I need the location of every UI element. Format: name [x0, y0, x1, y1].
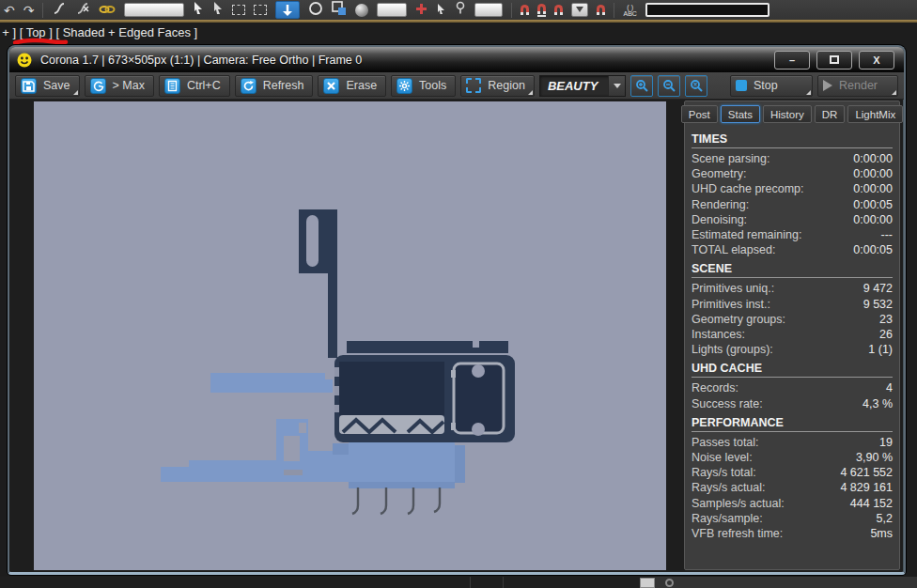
redo-icon[interactable]: ↷: [23, 2, 35, 19]
tools-button[interactable]: Tools: [391, 75, 456, 97]
stat-row: Scene parsing:0:00:00: [692, 151, 893, 166]
select-object-icon[interactable]: [193, 1, 204, 19]
undo-icon[interactable]: ↶: [4, 2, 15, 19]
stat-row: VFB refresh time:5ms: [692, 526, 893, 541]
unlink-icon[interactable]: [75, 1, 90, 20]
pass-value: BEAUTY: [540, 76, 608, 96]
stats-panel: Post Stats History DR LightMix TIMES Sce…: [684, 101, 900, 570]
stat-row: Geometry groups:23: [692, 312, 893, 327]
stat-row: Rays/s total:4 621 552: [692, 465, 893, 480]
save-icon: [21, 78, 37, 94]
stat-row: Instances:26: [692, 327, 893, 342]
send-to-max-button[interactable]: > Max: [85, 75, 154, 97]
align-cursor-icon[interactable]: [436, 2, 446, 19]
percent-snap-icon[interactable]: [554, 5, 563, 15]
corona-smiley-icon: [17, 53, 32, 68]
status-bar-strip: [0, 577, 917, 588]
stat-row: Rendering:0:00:05: [692, 197, 893, 212]
statusbar-button[interactable]: [640, 578, 655, 588]
mirror-icon[interactable]: [415, 2, 427, 19]
save-button[interactable]: Save: [15, 75, 80, 97]
snap-toggle2-icon[interactable]: [597, 5, 605, 15]
rotate-icon[interactable]: [308, 1, 323, 20]
toolbar-separator: [614, 3, 614, 18]
select-by-name-icon[interactable]: [212, 1, 224, 19]
statusbar-right-section: [655, 577, 917, 588]
region-button[interactable]: Region: [460, 75, 535, 97]
stat-row: Passes total:19: [692, 435, 893, 450]
section-title-performance: PERFORMANCE: [692, 411, 893, 432]
render-play-icon: [823, 80, 832, 91]
render-pass-select[interactable]: BEAUTY: [539, 75, 626, 97]
rendered-image: [34, 101, 666, 570]
render-canvas[interactable]: [34, 101, 666, 570]
window-title: Corona 1.7 | 673×505px (1:1) | Camera: F…: [40, 54, 362, 67]
zoom-in-icon: [635, 79, 649, 93]
section-title-times: TIMES: [692, 128, 893, 148]
stat-row: Lights (groups):1 (1): [692, 342, 893, 357]
vfb-body: Post Stats History DR LightMix TIMES Sce…: [9, 100, 904, 572]
bind-spacewarp-icon[interactable]: [99, 2, 116, 19]
reference-coord-sphere-icon[interactable]: [355, 4, 368, 17]
close-button[interactable]: X: [859, 51, 894, 70]
spinner-snap-icon[interactable]: [571, 3, 588, 17]
viewport-header: [ + ] [ Top ] [ Shaded + Edged Faces ]: [0, 23, 917, 45]
tab-dr[interactable]: DR: [815, 105, 846, 123]
stat-row: TOTAL elapsed:0:00:05: [692, 242, 893, 257]
refresh-icon: [241, 78, 256, 94]
angle-snap-icon[interactable]: [537, 4, 546, 17]
stat-row: Success rate:4,3 %: [692, 396, 893, 411]
stat-row: Samples/s actual:444 152: [692, 496, 893, 511]
rect-selection-region-icon[interactable]: [232, 5, 245, 15]
gear-icon: [396, 78, 412, 94]
corona-vfb-window: Corona 1.7 | 673×505px (1:1) | Camera: F…: [8, 45, 906, 575]
stat-row: Geometry:0:00:00: [692, 166, 893, 181]
render-button[interactable]: Render: [817, 75, 898, 97]
zoom-reset-button[interactable]: [685, 75, 707, 97]
stat-row: Denoising:0:00:00: [692, 212, 893, 227]
corona-logo-icon: [90, 78, 106, 94]
toolbar-separator: [511, 3, 512, 18]
scale-icon[interactable]: [332, 1, 347, 20]
toolbar-separator: [42, 3, 43, 18]
window-crossing-icon[interactable]: [254, 5, 267, 15]
tab-lightmix[interactable]: LightMix: [847, 105, 903, 123]
zoom-reset-icon: [690, 79, 704, 93]
maximize-button[interactable]: [816, 51, 852, 70]
tab-stats[interactable]: Stats: [721, 105, 760, 123]
stop-button[interactable]: Stop: [730, 75, 813, 97]
tab-post[interactable]: Post: [681, 105, 718, 123]
zoom-in-button[interactable]: [630, 75, 653, 97]
zoom-out-icon: [662, 79, 676, 93]
statusbar-circle-icon: [665, 579, 674, 587]
stat-row: Records:4: [692, 380, 893, 395]
minimize-button[interactable]: –: [774, 51, 810, 70]
stop-icon: [736, 80, 747, 91]
select-link-icon[interactable]: [52, 1, 67, 20]
dropdown-arrow-icon[interactable]: [608, 76, 625, 96]
snap-toggle-icon[interactable]: [521, 5, 529, 15]
select-and-move-icon[interactable]: [275, 1, 300, 19]
vfb-toolbar: Save > Max Ctrl+C Refresh Erase: [9, 72, 904, 100]
stat-row: UHD cache precomp:0:00:00: [692, 181, 893, 196]
stat-row: Rays/s actual:4 829 161: [692, 480, 893, 495]
vfb-titlebar[interactable]: Corona 1.7 | 673×505px (1:1) | Camera: F…: [9, 47, 904, 72]
snap-value-field[interactable]: [474, 3, 503, 17]
edit-named-selections-icon[interactable]: ( )ABC: [623, 4, 636, 17]
erase-icon: [323, 78, 339, 94]
named-selection-sets-field[interactable]: [645, 3, 769, 17]
copy-button[interactable]: Ctrl+C: [159, 75, 230, 97]
stat-row: Estimated remaining:---: [692, 227, 893, 242]
section-title-scene: SCENE: [692, 257, 893, 278]
refresh-button[interactable]: Refresh: [235, 75, 314, 97]
selection-filter-field[interactable]: [124, 3, 184, 17]
erase-button[interactable]: Erase: [318, 75, 386, 97]
coord-system-field[interactable]: [377, 3, 407, 17]
vfb-tabs: Post Stats History DR LightMix: [689, 101, 895, 128]
tab-history[interactable]: History: [763, 105, 812, 123]
zoom-out-button[interactable]: [658, 75, 680, 97]
stat-row: Noise level:3,90 %: [692, 450, 893, 465]
snap-dot-icon[interactable]: [455, 1, 466, 19]
statusbar-separator: [503, 577, 504, 588]
maximize-icon: [830, 55, 839, 64]
